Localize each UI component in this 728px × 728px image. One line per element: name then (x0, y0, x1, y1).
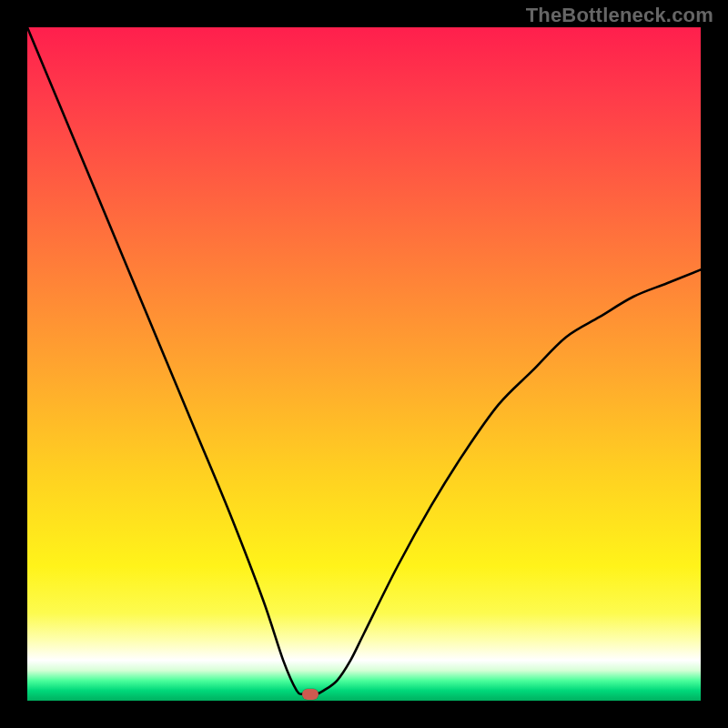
optimal-point-marker (302, 689, 318, 700)
chart-frame: TheBottleneck.com (0, 0, 728, 728)
bottleneck-curve (27, 27, 701, 701)
plot-area (27, 27, 701, 701)
watermark-text: TheBottleneck.com (526, 4, 713, 27)
curve-path (27, 27, 701, 694)
